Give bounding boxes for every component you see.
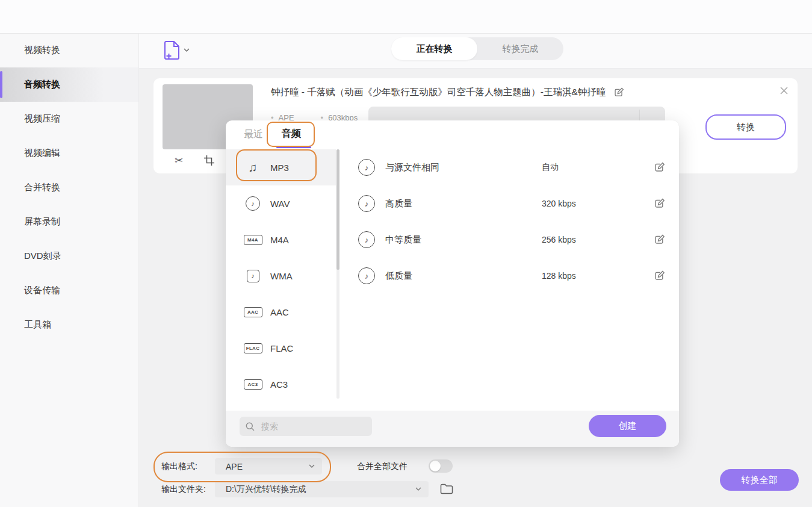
merge-files-label: 合并全部文件 bbox=[357, 461, 408, 472]
sidebar: 视频转换 音频转换 视频压缩 视频编辑 合并转换 屏幕录制 DVD刻录 设备传输… bbox=[0, 33, 139, 507]
edit-preset-icon[interactable] bbox=[654, 198, 665, 209]
trim-scissors-icon[interactable]: ✂ bbox=[172, 154, 185, 167]
output-format-label: 输出格式: bbox=[161, 461, 197, 472]
preset-low-quality[interactable]: ♪ 低质量 128 kbps bbox=[346, 258, 679, 294]
toggle-knob bbox=[430, 461, 441, 471]
chevron-down-icon bbox=[415, 487, 421, 491]
format-item-wma[interactable]: ♪ WMA bbox=[226, 258, 336, 294]
output-folder-label: 输出文件夹: bbox=[161, 484, 206, 495]
tab-converting[interactable]: 正在转换 bbox=[391, 37, 477, 60]
format-item-ac3[interactable]: AC3 AC3 bbox=[226, 366, 336, 402]
search-input[interactable] bbox=[260, 421, 353, 432]
active-indicator bbox=[0, 71, 2, 98]
audio-disc-icon: ♪ bbox=[358, 195, 375, 212]
mp3-icon: ♫ bbox=[245, 161, 261, 175]
active-tab-underline bbox=[276, 146, 311, 148]
task-tabs: 正在转换 转换完成 bbox=[391, 37, 563, 60]
format-item-wav[interactable]: ♪ WAV bbox=[226, 185, 336, 222]
popup-tab-recent[interactable]: 最近 bbox=[244, 128, 263, 141]
format-search-box[interactable] bbox=[240, 417, 372, 436]
sidebar-item-audio-convert[interactable]: 音频转换 bbox=[0, 67, 138, 102]
aac-icon: AAC bbox=[245, 307, 261, 317]
edit-preset-icon[interactable] bbox=[654, 162, 665, 173]
preset-list: ♪ 与源文件相同 自动 ♪ 高质量 320 kbps ♪ 中等质量 256 kb… bbox=[346, 149, 679, 294]
audio-disc-icon: ♪ bbox=[358, 159, 375, 176]
crop-icon[interactable] bbox=[202, 154, 215, 167]
format-item-aac[interactable]: AAC AAC bbox=[226, 294, 336, 330]
format-item-m4a[interactable]: M4A M4A bbox=[226, 222, 336, 258]
task-title: 钟抒曈 - 千落赋（动画《少年歌行互动版》司空千落人物主题曲）-王瑞淇&钟抒曈 bbox=[271, 86, 606, 99]
sidebar-item-video-convert[interactable]: 视频转换 bbox=[0, 33, 138, 67]
output-format-dropdown[interactable]: APE bbox=[215, 458, 322, 474]
format-picker-popup: 最近 音频 ♫ MP3 ♪ WAV M4A M4A ♪ WMA AAC AAC … bbox=[226, 120, 679, 447]
edit-preset-icon[interactable] bbox=[654, 234, 665, 245]
sidebar-item-dvd-burn[interactable]: DVD刻录 bbox=[0, 239, 138, 273]
add-file-icon bbox=[164, 40, 180, 60]
output-folder-dropdown[interactable]: D:\万兴优转\转换完成 bbox=[215, 481, 429, 497]
preset-high-quality[interactable]: ♪ 高质量 320 kbps bbox=[346, 185, 679, 222]
edit-preset-icon[interactable] bbox=[654, 270, 665, 281]
chevron-down-icon bbox=[184, 48, 190, 52]
wma-icon: ♪ bbox=[245, 270, 261, 282]
sidebar-item-video-compress[interactable]: 视频压缩 bbox=[0, 102, 138, 136]
tab-finished[interactable]: 转换完成 bbox=[477, 37, 563, 60]
preset-same-as-source[interactable]: ♪ 与源文件相同 自动 bbox=[346, 149, 679, 185]
wav-icon: ♪ bbox=[245, 196, 261, 211]
remove-task-icon[interactable] bbox=[778, 84, 790, 96]
merge-files-toggle[interactable] bbox=[429, 459, 453, 473]
search-icon bbox=[246, 422, 255, 431]
ac3-icon: AC3 bbox=[245, 379, 261, 390]
audio-disc-icon: ♪ bbox=[358, 267, 375, 284]
sidebar-item-toolbox[interactable]: 工具箱 bbox=[0, 308, 138, 342]
rename-edit-icon[interactable] bbox=[614, 87, 624, 98]
open-folder-icon[interactable] bbox=[440, 483, 453, 494]
format-list: ♫ MP3 ♪ WAV M4A M4A ♪ WMA AAC AAC FLAC F… bbox=[226, 149, 336, 402]
sidebar-item-screen-record[interactable]: 屏幕录制 bbox=[0, 205, 138, 239]
popup-tab-audio[interactable]: 音频 bbox=[282, 128, 301, 140]
chevron-down-icon bbox=[309, 464, 315, 468]
add-file-button[interactable] bbox=[164, 38, 191, 62]
preset-medium-quality[interactable]: ♪ 中等质量 256 kbps bbox=[346, 222, 679, 258]
create-preset-button[interactable]: 创建 bbox=[589, 415, 666, 437]
audio-disc-icon: ♪ bbox=[358, 231, 375, 248]
title-bar bbox=[0, 0, 812, 34]
convert-all-button[interactable]: 转换全部 bbox=[720, 469, 799, 491]
m4a-icon: M4A bbox=[245, 235, 261, 245]
task-title-row: 钟抒曈 - 千落赋（动画《少年歌行互动版》司空千落人物主题曲）-王瑞淇&钟抒曈 bbox=[271, 86, 668, 99]
flac-icon: FLAC bbox=[245, 343, 261, 353]
convert-button[interactable]: 转换 bbox=[705, 114, 786, 140]
format-item-flac[interactable]: FLAC FLAC bbox=[226, 330, 336, 366]
sidebar-item-merge-convert[interactable]: 合并转换 bbox=[0, 170, 138, 205]
scrollbar-thumb[interactable] bbox=[336, 149, 339, 270]
popup-footer: 创建 bbox=[226, 411, 679, 447]
sidebar-item-video-edit[interactable]: 视频编辑 bbox=[0, 136, 138, 170]
sidebar-item-device-transfer[interactable]: 设备传输 bbox=[0, 273, 138, 308]
format-item-mp3[interactable]: ♫ MP3 bbox=[226, 149, 336, 185]
